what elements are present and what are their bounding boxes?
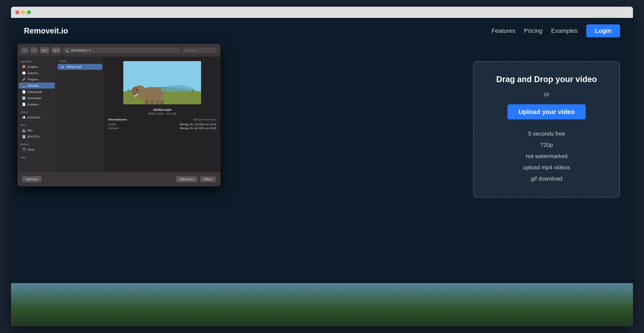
feature-item: 5 seconds free <box>484 128 608 139</box>
drop-zone-or: or <box>484 90 608 98</box>
file-info-header: Informationen Weniger einblenden <box>108 118 216 121</box>
nav-links: Features Pricing Examples Login <box>492 24 620 37</box>
file-video-icon: ▶ <box>61 66 65 68</box>
file-picker-main: Heute ▶ elefant.mp4 <box>56 57 220 172</box>
svg-point-12 <box>137 90 137 90</box>
drop-zone-features: 5 seconds free 720p not watermarked uplo… <box>484 128 608 184</box>
sidebar-item-creative[interactable]: 📄 Creative... <box>19 101 55 107</box>
location-bar[interactable]: 🖥️ Schreibtisch ▾ <box>63 47 180 53</box>
list-view-button[interactable]: ⊞ ▾ <box>40 47 49 53</box>
back-button[interactable]: ‹ <box>21 47 28 53</box>
sidebar-item-desktop[interactable]: 🖥️ Schreibti... <box>19 82 55 88</box>
file-picker-sidebar: Favoriten 📦 Dropbox 🕐 Zuletzt b... 🚀 <box>18 57 56 172</box>
sidebar-item-icloud[interactable]: ☁️ iCloud Dri... <box>19 114 55 120</box>
tags-section: Tags <box>18 156 56 158</box>
feature-item: not watermarked <box>484 150 608 162</box>
footer-left: Optionen <box>22 176 42 182</box>
fullscreen-button[interactable] <box>27 10 31 14</box>
login-button[interactable]: Login <box>586 24 620 37</box>
sidebar-item-label: Zuletzt b... <box>28 72 40 75</box>
sidebar-item-downloads[interactable]: ⬇️ Downloads <box>19 95 55 101</box>
preview-file-size: 63,4 MB <box>167 112 176 115</box>
medien-section: Medien 🎬 Filme <box>18 143 56 152</box>
info-key-modified: Geändert <box>108 127 119 130</box>
preview-file-name: elefant.mp4 <box>153 108 171 112</box>
sidebar-item-label: BOOTCA... <box>28 135 42 138</box>
desktop-icon: 🖥️ <box>22 84 26 88</box>
sidebar-item-programs[interactable]: 🚀 Program... <box>19 76 55 82</box>
browser-window: Removeit.io Features Pricing Examples Lo… <box>11 7 633 326</box>
info-val-created: Montag, 26. Juli 2021 um 18:16 <box>180 123 216 126</box>
sidebar-item-label: Schreibti... <box>28 84 40 87</box>
file-picker-toolbar: ‹ › ⊞ ▾ ⊟ ▾ 🖥️ Schreibtisch ▾ <box>18 44 220 57</box>
preview-file-sep: – <box>164 112 167 115</box>
list-view-icon: ⊞ <box>42 48 45 52</box>
nav-examples[interactable]: Examples <box>551 28 578 34</box>
orte-label: Orte <box>18 124 56 126</box>
downloads-icon: ⬇️ <box>22 96 26 100</box>
sidebar-item-label: Creative... <box>28 103 40 106</box>
grid-view-chevron: ▾ <box>57 48 58 52</box>
icloud-section: iCloud ☁️ iCloud Dri... <box>18 111 56 120</box>
sidebar-item-label: iCloud Dri... <box>28 116 42 119</box>
preview-image <box>123 61 201 104</box>
sidebar-item-documents[interactable]: 📄 Dokumente <box>19 89 55 95</box>
svg-rect-9 <box>156 100 160 104</box>
drop-zone-title: Drag and Drop your video <box>484 75 608 84</box>
options-button[interactable]: Optionen <box>22 176 42 182</box>
close-button[interactable] <box>15 10 19 14</box>
sidebar-item-dropbox[interactable]: 📦 Dropbox <box>19 64 55 70</box>
sidebar-item-label: Mac <box>28 129 33 132</box>
sidebar-item-movies[interactable]: 🎬 Filme <box>19 146 55 152</box>
upload-video-button[interactable]: Upload your video <box>508 104 586 120</box>
sidebar-item-label: Filme <box>28 148 34 151</box>
sidebar-item-recent[interactable]: 🕐 Zuletzt b... <box>19 70 55 76</box>
forward-button[interactable]: › <box>30 47 38 53</box>
creative-icon: 📄 <box>22 102 26 106</box>
minimize-button[interactable] <box>21 10 25 14</box>
file-preview: elefant.mp4 MPEG-4-Film – 63,4 MB Inform… <box>104 57 220 172</box>
sidebar-item-label: Dropbox <box>28 65 38 68</box>
file-picker-footer: Optionen Abbrechen Öffnen <box>18 172 220 186</box>
info-key-created: Erstellt <box>108 123 116 126</box>
file-info-section: Informationen Weniger einblenden Erstell… <box>108 118 216 131</box>
nav-features[interactable]: Features <box>492 28 516 34</box>
svg-rect-7 <box>145 100 149 104</box>
programs-icon: 🚀 <box>22 77 26 81</box>
recent-icon: 🕐 <box>22 71 26 75</box>
info-toggle[interactable]: Weniger einblenden <box>193 118 216 121</box>
search-input[interactable] <box>182 47 217 53</box>
nav-pricing[interactable]: Pricing <box>524 28 542 34</box>
open-button[interactable]: Öffnen <box>200 176 216 182</box>
icloud-label: iCloud <box>18 111 56 114</box>
traffic-lights <box>15 10 31 14</box>
grid-view-icon: ⊟ <box>54 48 56 52</box>
footer-right: Abbrechen Öffnen <box>176 176 216 182</box>
list-view-chevron: ▾ <box>46 48 47 52</box>
location-icon: 🖥️ <box>66 48 69 52</box>
sidebar-item-mac[interactable]: 💻 Mac <box>19 127 55 133</box>
sidebar-item-bootcamp[interactable]: 💾 BOOTCA... <box>19 134 55 140</box>
file-item-elephant[interactable]: ▶ elefant.mp4 <box>58 64 102 70</box>
info-row-modified: Geändert Montag, 26. Juli 2021 um 18:16 <box>108 127 216 130</box>
info-val-modified: Montag, 26. Juli 2021 um 18:16 <box>180 127 216 130</box>
svg-rect-10 <box>160 100 164 104</box>
feature-item: gif download <box>484 173 608 184</box>
orte-section: Orte 💻 Mac 💾 BOOTCA... <box>18 124 56 140</box>
file-list: Heute ▶ elefant.mp4 <box>56 57 104 172</box>
file-picker-dialog: ‹ › ⊞ ▾ ⊟ ▾ 🖥️ Schreibtisch ▾ <box>18 44 220 186</box>
feature-item: upload mp4 videos <box>484 162 608 173</box>
grid-view-button[interactable]: ⊟ ▾ <box>52 47 61 53</box>
preview-file-type: MPEG-4-Film <box>148 112 164 115</box>
feature-item: 720p <box>484 139 608 150</box>
tags-label: Tags <box>18 156 56 158</box>
file-picker-body: Favoriten 📦 Dropbox 🕐 Zuletzt b... 🚀 <box>18 57 220 172</box>
preview-file-meta: MPEG-4-Film – 63,4 MB <box>148 112 176 115</box>
favorites-label: Favoriten <box>18 60 56 63</box>
website: Removeit.io Features Pricing Examples Lo… <box>11 18 633 326</box>
drop-zone[interactable]: Drag and Drop your video or Upload your … <box>473 61 620 198</box>
file-item-name: elefant.mp4 <box>67 65 82 68</box>
cancel-button[interactable]: Abbrechen <box>176 176 198 182</box>
sidebar-item-label: Downloads <box>28 96 41 100</box>
favorites-section: Favoriten 📦 Dropbox 🕐 Zuletzt b... 🚀 <box>18 60 56 107</box>
